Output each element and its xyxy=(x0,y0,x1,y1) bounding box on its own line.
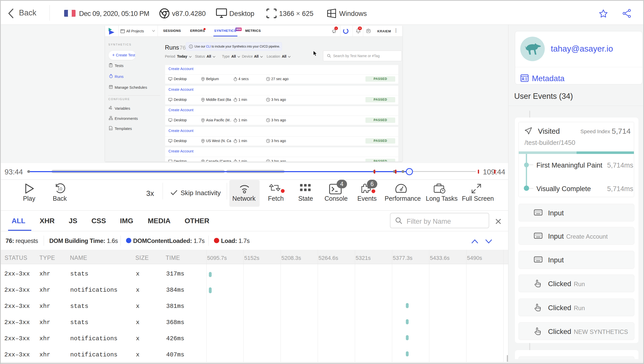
svg-text:10: 10 xyxy=(57,187,62,191)
